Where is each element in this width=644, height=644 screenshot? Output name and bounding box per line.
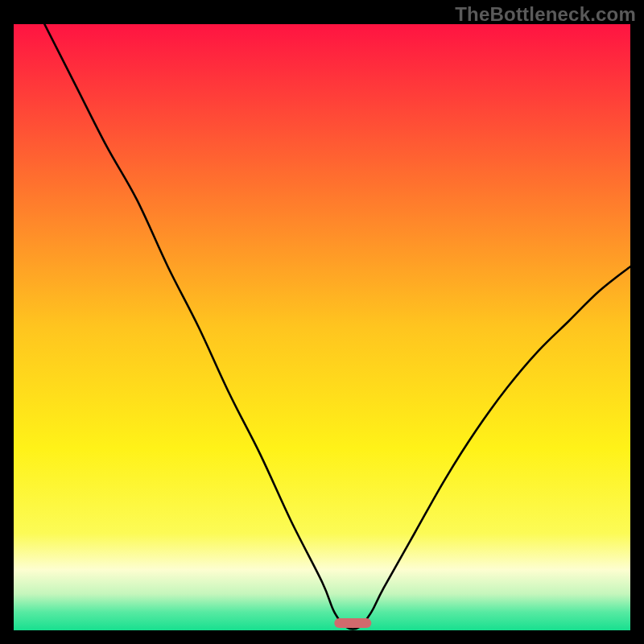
- chart-container: TheBottleneck.com: [0, 0, 644, 644]
- bottleneck-marker: [334, 618, 371, 628]
- bottleneck-curve-plot: [14, 24, 630, 630]
- watermark-text: TheBottleneck.com: [455, 3, 636, 26]
- plot-background: [14, 24, 630, 630]
